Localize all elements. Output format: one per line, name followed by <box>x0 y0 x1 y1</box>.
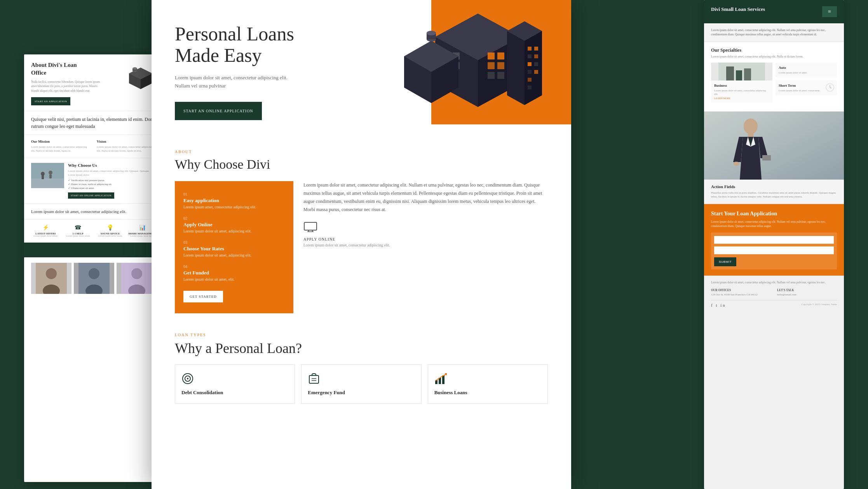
step-3: 03 Choose Your Rates Lorem ipsum dolor s… <box>183 240 285 257</box>
rp-header-body: Lorem ipsum dolor sit amet, consectetur … <box>704 23 844 42</box>
loan-types-section: LOAN TYPES Why a Personal Loan? Debt Con… <box>152 325 571 419</box>
icon-latest-offers: ⚡ LATEST OFFERS Lorem ipsum dolor lorem <box>31 224 60 238</box>
rp-header-title: Divi Small Loan Services <box>711 6 765 13</box>
loan-card-3-title: Business Loans <box>434 389 541 396</box>
loan-card-2: Emergency Fund <box>301 364 421 404</box>
help-icon: ☎ <box>63 224 92 231</box>
svg-rect-57 <box>304 222 317 230</box>
vision-body: Lorem ipsum dolor sit amet, consectetur … <box>97 145 157 153</box>
rp-cards-col2: Auto Lorem ipsum dolor sit amet. Short T… <box>776 63 837 103</box>
hero-cta-button[interactable]: START AN ONLINE APPLICATION <box>175 102 262 120</box>
rp-card-auto-title: Auto <box>779 66 834 70</box>
why-text-col: Why Choose Us Lorem ipsum dolor sit amet… <box>68 163 157 199</box>
rp-card-business-link[interactable]: LEARN MORE <box>714 97 769 100</box>
svg-point-11 <box>49 171 52 175</box>
why-choose-title: Why Choose Us <box>68 163 157 168</box>
loan-input-2[interactable] <box>714 246 834 254</box>
business-card-img <box>711 63 772 80</box>
mission-vision-row: Our Mission Lorem ipsum dolor sit amet, … <box>24 134 164 158</box>
advice-icon: 💡 <box>96 224 125 231</box>
mission-label: Our Mission <box>31 140 91 143</box>
rp-spec-desc: Lorem ipsum dolor sit amet, consectetur … <box>711 54 837 59</box>
svg-point-17 <box>89 268 99 279</box>
rp-footer: Lorem ipsum dolor sit amet, consectetur … <box>704 276 844 312</box>
step-3-num: 03 <box>183 240 285 244</box>
step-4-num: 04 <box>183 264 285 269</box>
person-photo-3 <box>117 263 157 294</box>
svg-line-77 <box>830 87 831 88</box>
left-apply-btn[interactable]: START AN ONLINE APPLICATION <box>68 192 114 199</box>
svg-rect-12 <box>49 175 52 178</box>
business-icon <box>434 372 447 385</box>
rp-card-business-desc: Lorem ipsum dolor sit amet, consectetur … <box>714 89 769 96</box>
why-text-col: Lorem ipsum dolor sit amet, consectetur … <box>301 181 548 313</box>
people-photos-row <box>24 257 164 299</box>
icon-help: ☎ 1-1 HELP Lorem ipsum dolor lorem <box>63 224 92 238</box>
rp-card-auto: Auto Lorem ipsum dolor sit amet. <box>776 63 837 77</box>
rp-card-business-title: Business <box>714 84 769 87</box>
why-choose-grid: 01 Easy application Lorem ipsum amet, co… <box>175 181 548 313</box>
rp-footer-offices: OUR OFFICES 124 Our St. #100 San Francis… <box>711 288 771 297</box>
loan-types-title: Why a Personal Loan? <box>175 340 548 356</box>
about-section: ABOUT Why Choose Divi 01 Easy applicatio… <box>152 136 571 325</box>
right-panel: Divi Small Loan Services ≡ Lorem ipsum d… <box>704 0 844 489</box>
hero-description: Lorem ipsum dolor sit amet, consectetur … <box>175 74 291 90</box>
get-started-btn[interactable]: GET STARTED <box>183 291 223 302</box>
check-item-2: ✓ Donec et risus, nulla ut adipiscing si… <box>68 183 157 186</box>
business-card-content: Business Lorem ipsum dolor sit amet, con… <box>711 80 772 103</box>
person-photo-1 <box>31 263 71 294</box>
rp-specialties: Our Specialties Lorem ipsum dolor sit am… <box>704 42 844 112</box>
latest-offers-icon: ⚡ <box>31 224 60 231</box>
svg-point-9 <box>41 172 45 176</box>
loan-card-3: Business Loans <box>428 364 548 404</box>
left-quote-section: Quisque velit nisi, pretium ut lacinia i… <box>24 111 164 134</box>
left-panel: About Divi's Loan Office Nulla facilisi,… <box>24 54 164 482</box>
rp-footer-contact: LET'S TALK hello@email.com <box>777 288 837 297</box>
left-why-section: Why Choose Us Lorem ipsum dolor sit amet… <box>24 158 164 203</box>
why-paragraph: Lorem ipsum dolor sit amet, consectetur … <box>303 181 546 214</box>
loan-input-1[interactable] <box>714 236 834 244</box>
about-tag: ABOUT <box>175 150 548 154</box>
steps-card: 01 Easy application Lorem ipsum amet, co… <box>175 181 293 313</box>
vision-col: Vision Lorem ipsum dolor sit amet, conse… <box>97 140 157 153</box>
rp-action-fields: Action Fields Phasellus porta vulla nisi… <box>704 180 844 204</box>
loan-submit-btn[interactable]: SUBMIT <box>714 257 736 266</box>
step-1-title: Easy application <box>183 197 285 204</box>
main-panel: Personal Loans Made Easy Lorem ipsum dol… <box>152 0 571 489</box>
svg-point-79 <box>744 119 758 134</box>
svg-rect-78 <box>704 112 844 180</box>
header-menu-icon[interactable]: ≡ <box>822 6 837 17</box>
loan-card-1: Debt Consolidation <box>175 364 295 404</box>
vision-label: Vision <box>97 140 157 143</box>
apply-online-block: APPLY ONLINE Lorem ipsum dolor sit amet,… <box>303 222 546 247</box>
icon-advice: 💡 SOUND ADVICE Lorem ipsum dolor lorem <box>96 224 125 238</box>
svg-rect-10 <box>42 175 44 179</box>
latest-offers-label: LATEST OFFERS <box>31 232 60 235</box>
rp-photo-section <box>704 112 844 180</box>
step-4-title: Get Funded <box>183 270 285 276</box>
rp-af-title: Action Fields <box>711 184 837 189</box>
rp-card-business: Business Lorem ipsum dolor sit amet, con… <box>711 63 772 103</box>
rp-copyright: Copyright © 2023 Company Name <box>801 303 837 307</box>
step-4-desc: Lorem ipsum dolor sit amet, elit. <box>183 277 285 281</box>
debt-icon <box>181 372 194 385</box>
step-2-desc: Lorem ipsum dolor sit amet, adipiscing e… <box>183 229 285 233</box>
hero-title: Personal Loans Made Easy <box>175 23 307 66</box>
rp-header: Divi Small Loan Services ≡ <box>704 0 844 23</box>
why-image <box>31 163 64 188</box>
rp-footer-desc: Lorem ipsum dolor sit amet, consectetur … <box>711 280 837 285</box>
latest-offers-desc: Lorem ipsum dolor lorem <box>31 235 60 238</box>
rp-footer-offices-label: OUR OFFICES <box>711 288 771 292</box>
loan-card-1-title: Debt Consolidation <box>181 389 288 396</box>
checklist: ✓ Verification nisi posuere purus ✓ Done… <box>68 179 157 190</box>
loan-types-tag: LOAN TYPES <box>175 333 548 337</box>
left-about-btn[interactable]: START AN APPLICATION <box>31 97 70 105</box>
help-desc: Lorem ipsum dolor lorem <box>63 235 92 238</box>
icons-row: ⚡ LATEST OFFERS Lorem ipsum dolor lorem … <box>24 219 164 243</box>
svg-point-20 <box>131 268 142 279</box>
left-about-title: About Divi's Loan Office <box>31 61 93 77</box>
rp-footer-cols: OUR OFFICES 124 Our St. #100 San Francis… <box>711 288 837 297</box>
rp-footer-contact-body: hello@email.com <box>777 293 837 297</box>
rp-footer-bottom: f t in Copyright © 2023 Company Name <box>711 300 837 307</box>
loan-form: SUBMIT <box>711 232 837 269</box>
